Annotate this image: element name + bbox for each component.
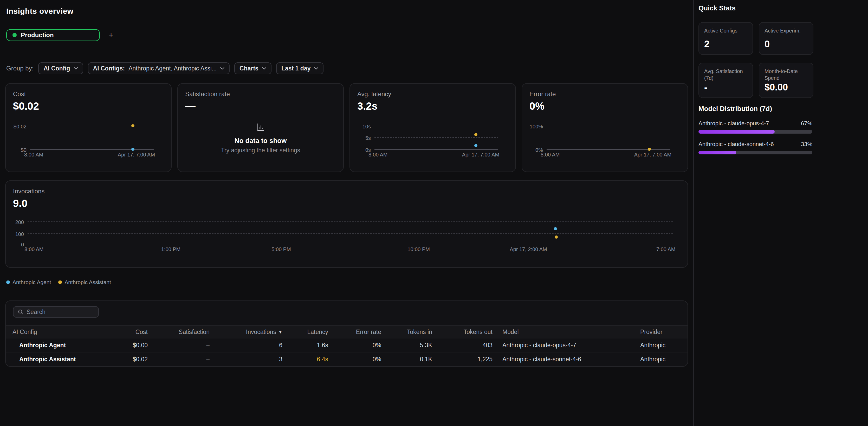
x-axis-label: 7:00 AM xyxy=(656,247,675,252)
latency-value: 3.2s xyxy=(357,100,508,112)
x-axis-label: 5:00 PM xyxy=(272,247,291,252)
charts-select[interactable]: Charts xyxy=(234,62,272,74)
gridline: 5s xyxy=(374,137,498,138)
latency-card: Avg. latency 3.2s 10s 5s 0s xyxy=(349,83,516,172)
x-axis-line: 0 xyxy=(28,244,673,244)
stat-card-mtd-spend: Month-to-Date Spend $0.00 xyxy=(759,63,813,98)
configs-table: AI Config Cost Satisfaction Invocations▼… xyxy=(6,325,688,366)
filter-bar: Group by: AI Config AI Configs: Anthropi… xyxy=(6,62,688,74)
table-row[interactable]: Anthropic Assistant $0.02 – 3 6.4s 0% 0.… xyxy=(6,352,688,366)
column-header-ai-config[interactable]: AI Config xyxy=(6,326,99,338)
column-header-tokens-in[interactable]: Tokens in xyxy=(381,326,432,338)
satisfaction-value: — xyxy=(185,100,336,112)
cell-ai-config: Anthropic Assistant xyxy=(6,352,99,366)
x-axis-line: 0s xyxy=(374,149,498,150)
search-input[interactable] xyxy=(27,308,94,316)
time-range-value: Last 1 day xyxy=(281,65,311,72)
quick-stats-grid: Active Configs 2 Active Experim. 0 Avg. … xyxy=(699,22,813,98)
metric-cards-row: Cost $0.02 $0.02 $0 8:00 AM Apr 17, 7:00… xyxy=(5,83,688,172)
cell-invocations: 6 xyxy=(210,338,282,352)
ai-configs-prefix: AI Configs: xyxy=(93,65,125,72)
agent-data-point xyxy=(474,144,477,147)
legend-dot-icon xyxy=(58,281,62,284)
chevron-down-icon xyxy=(74,67,78,70)
group-by-label: Group by: xyxy=(6,65,34,72)
cost-chart: $0.02 $0 8:00 AM Apr 17, 7:00 AM xyxy=(13,126,164,149)
satisfaction-title: Satisfaction rate xyxy=(185,91,336,98)
cell-provider: Anthropic xyxy=(630,338,688,352)
column-header-cost[interactable]: Cost xyxy=(99,326,148,338)
table-search-row xyxy=(6,301,687,325)
latency-chart-plot: 10s 5s 0s 8:00 AM Apr 17, 7:00 AM xyxy=(374,126,498,149)
charts-label: Charts xyxy=(240,65,258,72)
main-content: Insights overview Production + Group by:… xyxy=(0,0,694,426)
gridline: 10s xyxy=(374,126,498,126)
column-header-error-rate[interactable]: Error rate xyxy=(328,326,381,338)
time-range-select[interactable]: Last 1 day xyxy=(276,62,324,74)
column-header-satisfaction[interactable]: Satisfaction xyxy=(148,326,210,338)
chart-legend: Anthropic Agent Anthropic Assistant xyxy=(6,279,688,285)
assistant-data-point xyxy=(131,124,134,127)
column-header-provider[interactable]: Provider xyxy=(630,326,688,338)
ai-configs-filter[interactable]: AI Configs: Anthropic Agent, Anthropic A… xyxy=(88,62,229,74)
column-header-latency[interactable]: Latency xyxy=(282,326,328,338)
stat-value: $0.00 xyxy=(765,82,808,93)
add-environment-button[interactable]: + xyxy=(105,29,117,41)
distribution-bar-fill xyxy=(699,130,775,134)
gridline: 100 xyxy=(28,233,673,234)
model-distribution-item: Anthropic - claude-opus-4-7 67% xyxy=(699,120,812,134)
legend-label: Anthropic Agent xyxy=(12,279,51,285)
environment-selector[interactable]: Production xyxy=(6,29,100,41)
chevron-down-icon xyxy=(220,67,224,70)
chevron-down-icon xyxy=(314,67,318,70)
invocations-value: 9.0 xyxy=(13,198,680,209)
stat-card-avg-satisfaction: Avg. Satisfaction (7d) - xyxy=(699,63,753,98)
column-header-tokens-out[interactable]: Tokens out xyxy=(432,326,493,338)
latency-title: Avg. latency xyxy=(357,91,508,98)
plus-icon: + xyxy=(109,31,114,39)
y-axis-label: 100% xyxy=(530,124,543,130)
cell-ai-config: Anthropic Agent xyxy=(6,338,99,352)
quick-stats-sidebar: Quick Stats Active Configs 2 Active Expe… xyxy=(694,0,868,426)
x-axis-label: 8:00 AM xyxy=(540,152,560,158)
assistant-data-point xyxy=(555,235,558,239)
y-axis-label: 5s xyxy=(365,135,371,141)
cell-provider: Anthropic xyxy=(630,352,688,366)
table-row[interactable]: Anthropic Agent $0.00 – 6 1.6s 0% 5.3K 4… xyxy=(6,338,688,352)
cell-cost: $0.00 xyxy=(99,338,148,352)
assistant-data-point xyxy=(648,148,651,151)
cost-chart-plot: $0.02 $0 8:00 AM Apr 17, 7:00 AM xyxy=(30,126,154,149)
model-name: Anthropic - claude-sonnet-4-6 xyxy=(699,141,774,148)
stat-label: Active Configs xyxy=(704,27,747,34)
legend-dot-icon xyxy=(6,281,10,284)
legend-item-anthropic-assistant[interactable]: Anthropic Assistant xyxy=(58,279,111,285)
column-header-model[interactable]: Model xyxy=(493,326,630,338)
gridline: $0.02 xyxy=(30,126,154,126)
satisfaction-empty-state: No data to show Try adjusting the filter… xyxy=(178,123,343,154)
cell-invocations: 3 xyxy=(210,352,282,366)
legend-item-anthropic-agent[interactable]: Anthropic Agent xyxy=(6,279,51,285)
model-name: Anthropic - claude-opus-4-7 xyxy=(699,120,769,127)
y-axis-label: 0 xyxy=(21,242,24,248)
model-share-pct: 67% xyxy=(801,120,812,127)
distribution-bar-track xyxy=(699,151,812,154)
assistant-data-point xyxy=(474,133,477,136)
configs-table-card: AI Config Cost Satisfaction Invocations▼… xyxy=(5,300,688,367)
stat-value: - xyxy=(704,82,747,93)
chevron-down-icon xyxy=(262,67,266,70)
column-header-invocations[interactable]: Invocations▼ xyxy=(210,326,282,338)
satisfaction-card: Satisfaction rate — No data to show Try … xyxy=(177,83,344,172)
group-by-select[interactable]: AI Config xyxy=(38,62,83,74)
cell-latency: 1.6s xyxy=(282,338,328,352)
column-header-label: Invocations xyxy=(246,329,276,335)
invocations-chart: 200 100 0 8:00 AM 1:00 PM 5:00 PM 10:00 … xyxy=(13,222,680,244)
stat-label: Avg. Satisfaction (7d) xyxy=(704,68,747,81)
distribution-bar-fill xyxy=(699,151,736,154)
model-distribution-title: Model Distribution (7d) xyxy=(699,105,868,113)
cell-tokens-in: 5.3K xyxy=(381,338,432,352)
app-root: Insights overview Production + Group by:… xyxy=(0,0,868,426)
stat-value: 2 xyxy=(704,39,747,50)
cell-latency: 6.4s xyxy=(282,352,328,366)
cell-tokens-in: 0.1K xyxy=(381,352,432,366)
cell-satisfaction: – xyxy=(148,352,210,366)
